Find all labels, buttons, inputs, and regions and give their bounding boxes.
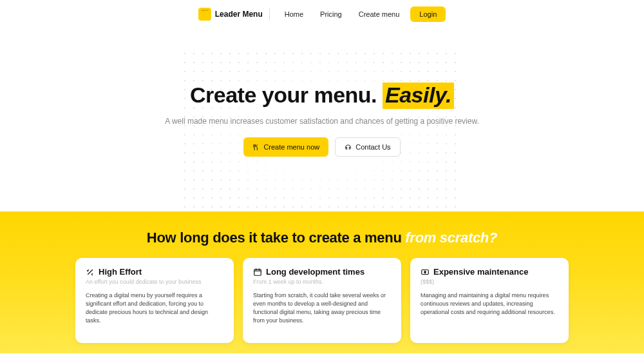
card-body: Starting from scratch, it could take sev… [253, 291, 391, 325]
hero-subtitle: A well made menu increases customer sati… [155, 115, 489, 127]
create-menu-label: Create menu now [263, 143, 319, 151]
login-button[interactable]: Login [410, 6, 446, 22]
logo-icon [198, 8, 211, 21]
hero-title-a: Create your menu. [190, 83, 377, 107]
cards-row: High Effort An effort you could dedicate… [0, 258, 644, 343]
card-effort: High Effort An effort you could dedicate… [75, 258, 234, 343]
card-body: Managing and maintaining a digital menu … [421, 291, 558, 317]
header: Leader Menu Home Pricing Create menu Log… [0, 0, 644, 30]
card-title: High Effort [99, 267, 142, 277]
hero-title: Create your menu. Easily. [13, 83, 631, 109]
hero-title-highlight: Easily. [383, 83, 454, 109]
brand-name: Leader Menu [215, 10, 263, 19]
contact-button[interactable]: Contact Us [335, 137, 400, 157]
card-sub: ($$$) [421, 279, 558, 285]
effort-icon [86, 268, 95, 277]
brand-wrap[interactable]: Leader Menu [198, 8, 270, 21]
nav-create-menu[interactable]: Create menu [353, 6, 406, 22]
pain-points-section: How long does it take to create a menu f… [0, 211, 644, 353]
section-title-a: How long does it take to create a menu [147, 230, 402, 246]
restaurant-icon [252, 144, 260, 151]
create-menu-button[interactable]: Create menu now [243, 137, 328, 157]
hero-actions: Create menu now Contact Us [13, 137, 631, 157]
contact-label: Contact Us [355, 143, 390, 151]
card-body: Creating a digital menu by yourself requ… [86, 291, 223, 325]
headset-icon [345, 144, 352, 151]
card-sub: An effort you could dedicate to your bus… [86, 279, 223, 285]
card-time: Long development times From 1 week up to… [243, 258, 401, 343]
money-icon [421, 268, 430, 277]
calendar-icon [253, 268, 262, 277]
card-title: Expensive maintenance [433, 267, 528, 277]
hero-section: Create your menu. Easily. A well made me… [0, 30, 644, 211]
card-title: Long development times [266, 267, 365, 277]
card-cost: Expensive maintenance ($$$) Managing and… [410, 258, 569, 343]
section-title: How long does it take to create a menu f… [0, 230, 644, 246]
section-title-emphasis: from scratch? [405, 230, 497, 246]
card-sub: From 1 week up to months. [253, 279, 391, 285]
nav-pricing[interactable]: Pricing [314, 6, 348, 22]
nav-home[interactable]: Home [279, 6, 309, 22]
svg-rect-0 [254, 269, 261, 275]
